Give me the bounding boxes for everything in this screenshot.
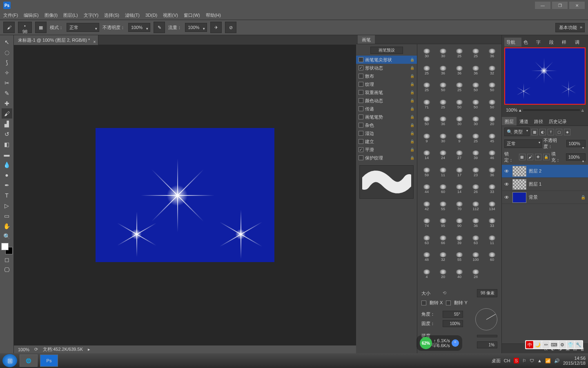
brush-option-row[interactable]: 杂色🔒 [356,121,417,129]
brush-option-row[interactable]: ✓平滑🔒 [356,146,417,154]
gradient-tool[interactable]: ▬ [2,149,12,159]
swatches-tab[interactable]: 色板 [521,38,534,47]
zoom-in-icon[interactable]: ▵ [581,108,584,113]
brush-thumbnail[interactable]: 30 [435,131,451,143]
ime-btn-4[interactable]: ⚙ [559,341,566,348]
lock-icon[interactable]: 🔒 [410,156,414,160]
brush-thumbnail[interactable]: 66 [435,233,451,245]
filter-shape-icon[interactable]: ▢ [556,129,562,135]
lock-icon[interactable]: 🔒 [410,115,414,119]
tray-net-icon[interactable]: 📶 [545,358,551,364]
brush-thumbnail[interactable]: 30 [452,114,467,126]
workspace-switcher[interactable]: 基本功能 [555,23,585,32]
brush-thumbnail[interactable]: 17 [452,165,467,177]
brush-thumbnail[interactable]: 33 [484,215,500,228]
brush-thumbnail[interactable]: 33 [484,182,500,194]
lock-icon[interactable]: 🔒 [410,107,414,111]
crop-tool[interactable]: ✂ [2,78,12,88]
task-photoshop[interactable]: Ps [40,355,58,367]
brush-thumbnail[interactable]: 36 [452,63,467,75]
brush-thumbnail[interactable]: 36 [484,165,500,177]
brush-thumbnail[interactable]: 9 [452,131,467,143]
layer-name[interactable]: 图层 2 [529,168,541,174]
brush-thumbnail[interactable]: 40 [452,267,467,279]
lock-icon[interactable]: 🔒 [410,99,414,103]
brush-thumbnail[interactable]: 25 [435,97,451,109]
brush-thumbnail[interactable]: 14 [419,148,434,160]
menu-layer[interactable]: 图层(L) [63,12,78,18]
brush-thumbnail[interactable]: 36 [435,63,451,75]
maximize-button[interactable]: ❐ [552,2,568,9]
zoom-tool[interactable]: 🔍 [2,231,12,241]
navigator-preview[interactable] [504,47,586,105]
ime-indicator[interactable]: CH [504,358,510,363]
brush-option-row[interactable]: 建立🔒 [356,137,417,146]
angle-widget[interactable] [475,308,497,330]
brush-option-row[interactable]: 散布🔒 [356,72,417,80]
brush-thumbnail[interactable]: 4 [419,267,434,279]
menu-view[interactable]: 视图(V) [163,12,178,18]
lock-all-icon[interactable]: 🔒 [543,154,550,160]
brush-option-row[interactable]: 纹理🔒 [356,80,417,88]
brush-option-row[interactable]: ✓形状动态🔒 [356,64,417,72]
paragraph-tab[interactable]: 段落 [547,38,560,47]
blur-tool[interactable]: 💧 [2,159,12,170]
brush-thumbnail[interactable]: 36 [484,46,500,58]
path-select-tool[interactable]: ▷ [2,200,12,211]
brush-thumbnail[interactable]: 9 [419,131,434,143]
ime-btn-5[interactable]: 👕 [567,341,574,348]
start-button[interactable]: ⊞ [2,354,17,367]
lock-icon[interactable]: 🔒 [410,82,414,86]
opacity-field[interactable]: 100% [128,23,150,32]
layer-blend-select[interactable]: 正常 [504,139,542,148]
brush-thumbnail[interactable]: 50 [419,114,434,126]
adjustments-tab[interactable]: 调整 [573,38,586,47]
menu-type[interactable]: 文字(Y) [84,12,99,18]
option-checkbox[interactable]: ✓ [359,65,363,70]
history-brush-tool[interactable]: ↺ [2,129,12,139]
filter-smart-icon[interactable]: ◈ [564,129,570,135]
screenmode-icon[interactable]: 🖵 [2,265,12,275]
layer-name[interactable]: 图层 1 [529,181,541,187]
history-tab[interactable]: 历史记录 [546,117,570,126]
brush-thumbnail[interactable]: 112 [468,199,483,211]
quickmask-icon[interactable]: ◻ [2,254,12,265]
lock-icon[interactable]: 🔒 [410,148,414,152]
brush-option-row[interactable]: 画笔笔势🔒 [356,113,417,121]
brush-option-row[interactable]: 保护纹理🔒 [356,154,417,162]
brush-thumbnail[interactable]: 30 [419,46,434,58]
brush-option-row[interactable]: 画笔笔尖形状🔒 [356,56,417,64]
brush-thumbnail[interactable]: 32 [484,63,500,75]
brush-thumbnail[interactable]: 27 [452,148,467,160]
hardness-value[interactable] [477,335,497,337]
lock-trans-icon[interactable]: ▩ [519,154,526,160]
brush-thumbnail[interactable]: 25 [452,80,467,92]
visibility-icon[interactable]: 👁 [504,182,510,187]
visibility-icon[interactable]: 👁 [504,195,510,200]
brush-option-row[interactable]: 双重画笔🔒 [356,88,417,96]
brush-thumbnail[interactable]: 36 [468,63,483,75]
minimize-button[interactable]: — [535,2,550,9]
brush-thumbnail[interactable]: 30 [468,114,483,126]
status-arrow-icon[interactable]: ▸ [88,347,90,352]
styles-tab[interactable]: 样式 [560,38,572,47]
menu-help[interactable]: 帮助(H) [206,12,221,18]
layer-thumbnail[interactable] [512,192,526,203]
layers-tab[interactable]: 图层 [502,117,517,126]
menu-filter[interactable]: 滤镜(T) [125,12,140,18]
brush-thumbnail[interactable]: 36 [468,215,483,228]
layer-name[interactable]: 背景 [529,194,538,200]
layer-thumbnail[interactable] [512,166,526,177]
brush-panel-toggle-icon[interactable]: ▦ [35,22,47,33]
brush-thumbnail[interactable]: 50 [435,80,451,92]
brush-thumbnail[interactable]: 90 [452,215,467,228]
brush-thumbnail[interactable]: 60 [484,249,500,262]
marquee-tool[interactable]: ◌ [2,47,12,57]
reset-icon[interactable]: ⟲ [443,290,448,296]
pressure-opacity-icon[interactable]: ✎ [154,22,165,33]
channels-tab[interactable]: 通道 [517,117,531,126]
option-checkbox[interactable] [359,106,363,111]
brush-option-row[interactable]: 湿边🔒 [356,129,417,137]
ime-btn-1[interactable]: 🌙 [534,341,541,348]
size-value[interactable]: 98 像素 [477,289,497,297]
